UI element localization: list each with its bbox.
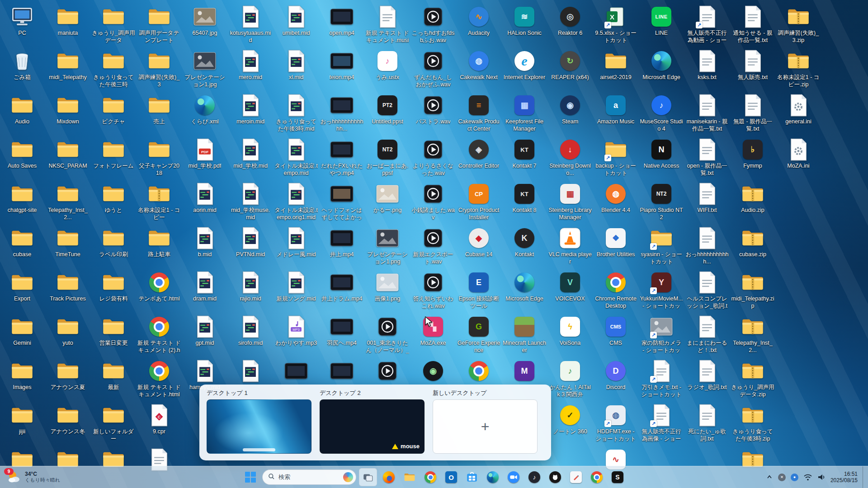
desktop-icon[interactable]: meroin.mid — [229, 93, 272, 126]
tray-chevron-icon[interactable] — [766, 474, 773, 481]
desktop-icon[interactable]: プレゼンテーション1.jpg — [183, 49, 226, 88]
desktop-icon[interactable]: KTKontakt 8 — [503, 182, 546, 214]
desktop-icon[interactable]: こっちhdすおfdsbふお.wav — [411, 5, 455, 44]
desktop-icon[interactable]: 新規 テキスト ドキュメント (2).html — [137, 314, 181, 354]
desktop-icon[interactable]: mid_学校muse.mid — [229, 182, 272, 221]
desktop-icon[interactable]: ↗無人販売不正行為動画 - ショートカット — [685, 5, 729, 44]
desktop-icon[interactable]: ↗backup - ショートカット — [594, 137, 637, 177]
pen-app-button[interactable] — [567, 468, 585, 486]
desktop-icon[interactable]: レジ袋有料 — [92, 270, 135, 303]
desktop-icon[interactable] — [457, 359, 500, 384]
desktop-icon[interactable]: 調声練習(失敗)_3.zip — [777, 5, 820, 44]
desktop-icon[interactable]: ✓ノートン 360 — [548, 403, 592, 436]
desktop-icon[interactable]: open.mp4 — [320, 5, 363, 37]
desktop-icon[interactable]: Audio — [0, 93, 44, 126]
desktop-icon[interactable]: ↗syasinn - ショートカット — [640, 226, 683, 265]
desktop-icon[interactable]: フォトフレーム — [92, 137, 135, 170]
desktop-icon[interactable]: 井上.mp4 — [320, 226, 363, 258]
desktop-icon[interactable]: パストラ.wav — [411, 93, 455, 126]
desktop-icon[interactable]: maniuta — [46, 5, 90, 37]
desktop-icon[interactable]: mid_学校.mid — [229, 137, 272, 170]
store-button[interactable] — [463, 468, 481, 486]
desktop-icon[interactable]: ↗家の防犯カメラ - ショートカット — [640, 314, 683, 354]
desktop-icon[interactable]: Telepathy_Inst_2... — [46, 182, 90, 221]
desktop-icon[interactable]: Track Pictures — [46, 270, 90, 303]
desktop-icon[interactable]: ♪うみ.ustx — [366, 49, 409, 81]
desktop-icon[interactable]: 最新 — [92, 359, 135, 391]
desktop-icon[interactable]: 画像1.png — [366, 270, 409, 303]
desktop-icon[interactable]: midi_Telepathy — [46, 49, 90, 81]
desktop-icon[interactable]: 無人販売.txt — [731, 49, 774, 81]
desktop-icon[interactable]: アナウンス夏 — [46, 359, 90, 391]
desktop-icon[interactable]: PVTNd.mid — [229, 226, 272, 258]
desktop-icon[interactable]: 羽尻ヘ.mp4 — [320, 314, 363, 347]
desktop-icon[interactable]: 井上ドラム.mp4 — [320, 270, 363, 303]
desktop-icon[interactable] — [229, 359, 272, 384]
desktop-icon[interactable]: GGeForce Experience — [457, 314, 500, 354]
desktop-icon[interactable]: ピクチャ — [92, 93, 135, 126]
desktop-icon[interactable]: Export — [0, 270, 44, 303]
desktop-icon[interactable]: だれたFXいれたやつ.mp4 — [320, 137, 363, 177]
desktop-icon[interactable]: おっhhhhhhhhhhh... — [685, 226, 729, 265]
desktop-icon[interactable]: CPCrypton Product Installer — [457, 182, 500, 221]
desktop-icon[interactable]: ◍↗HDDFMT.exe - ショートカット — [594, 403, 637, 442]
desktop-icon[interactable]: 名称未設定1 - コピー — [137, 182, 181, 221]
task-view-button[interactable] — [359, 468, 377, 486]
desktop-icon[interactable]: ↗万引きメモ.txt - ショートカット — [640, 359, 683, 398]
desktop-icon[interactable]: 65407.jpg — [183, 5, 226, 37]
desktop-icon[interactable]: 新しいフォルダー — [92, 403, 135, 442]
music-app-button[interactable]: ♪ — [525, 468, 543, 486]
firefox-button[interactable] — [380, 468, 398, 486]
desktop-icon[interactable]: ごみ箱 — [0, 49, 44, 81]
virtual-desktop-1[interactable]: デスクトップ 1 — [207, 389, 311, 456]
desktop-icon[interactable]: aorin.mid — [183, 182, 226, 214]
desktop-icon[interactable]: ◉Steam — [548, 93, 592, 126]
github-button[interactable] — [546, 468, 564, 486]
desktop-icon[interactable]: midi_Telepathy.zip — [731, 270, 774, 310]
desktop-icon[interactable]: ϟVoiSona — [548, 314, 592, 347]
desktop-icon[interactable]: Mixdown — [46, 93, 90, 126]
desktop-icon[interactable]: 調声用データテンプレート — [137, 5, 181, 44]
desktop-icon[interactable]: 新規ソング.mid — [274, 270, 318, 303]
desktop-icon[interactable]: PC — [0, 5, 44, 37]
desktop-icon[interactable]: ▦Keepforest File Manager — [503, 93, 546, 132]
outlook-button[interactable]: O — [442, 468, 460, 486]
desktop-icon[interactable]: NT2Piapro Studio NT2 — [640, 182, 683, 221]
desktop-icon[interactable]: MP3わかりやす.mp3 — [274, 314, 318, 347]
virtual-desktop-thumbnail[interactable]: + — [433, 399, 538, 454]
desktop-icon[interactable]: 無題 - 親作品一覧.txt — [731, 93, 774, 132]
desktop-icon[interactable]: ❖Brother Utilities — [594, 226, 637, 258]
desktop-icon[interactable]: ◈Controller Editor — [457, 137, 500, 170]
desktop-icon[interactable]: Images — [0, 359, 44, 391]
desktop-icon[interactable]: ↻REAPER (x64) — [548, 49, 592, 81]
desktop-icon[interactable]: MoZA.ini — [777, 137, 820, 170]
search-box[interactable]: 検索 — [262, 469, 356, 485]
desktop-icon[interactable]: 調声練習(失敗)_3 — [137, 49, 181, 88]
volume-icon[interactable] — [817, 473, 826, 481]
desktop-icon[interactable]: PT2Untitled.ppst — [366, 93, 409, 126]
desktop-icon[interactable]: eInternet Explorer — [503, 49, 546, 81]
desktop-icon[interactable]: ♪MuseScore Studio 4 — [640, 93, 683, 132]
file-explorer-button[interactable] — [401, 468, 419, 486]
show-desktop-button[interactable] — [863, 466, 865, 488]
desktop-icon[interactable]: テンポあて.html — [137, 270, 181, 303]
edge-button[interactable] — [484, 468, 502, 486]
desktop-icon[interactable]: 通知うせる - 親作品一覧.txt — [731, 5, 774, 44]
desktop-icon[interactable]: rajio.mid — [229, 270, 272, 303]
desktop-icon[interactable]: ◍Cakewalk Next — [457, 49, 500, 81]
desktop-icon[interactable]: ◎Reaktor 6 — [548, 5, 592, 37]
wifi-icon[interactable] — [803, 473, 812, 481]
desktop-icon[interactable]: jijii — [0, 403, 44, 436]
desktop-icon[interactable]: cubase — [0, 226, 44, 258]
desktop-icon[interactable]: teion.mp4 — [320, 49, 363, 81]
desktop-icon[interactable]: LINELINE — [640, 5, 683, 37]
weather-widget[interactable]: 9 34°C くもり時々晴れ — [2, 466, 66, 488]
desktop-icon[interactable]: アナウンス冬 — [46, 403, 90, 436]
tray-app2-icon[interactable]: ● — [791, 474, 798, 481]
desktop-icon[interactable]: yuto — [46, 314, 90, 347]
desktop-icon[interactable] — [274, 359, 318, 384]
desktop-icon[interactable]: Minecraft Launcher — [503, 314, 546, 354]
desktop-icon[interactable]: タイトル未設定.tempo.orig1.mid — [274, 182, 318, 221]
desktop-icon[interactable]: DDiscord — [594, 359, 637, 391]
virtual-desktop-thumbnail[interactable]: mouse — [320, 399, 425, 454]
